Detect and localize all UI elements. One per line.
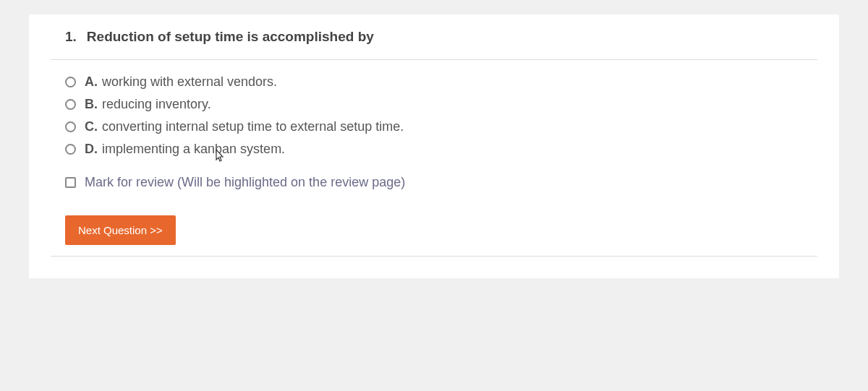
radio-icon[interactable] bbox=[65, 99, 76, 110]
option-letter: B. bbox=[85, 97, 98, 112]
option-d[interactable]: D. implementing a kanban system. bbox=[65, 142, 817, 157]
next-question-button[interactable]: Next Question >> bbox=[65, 215, 176, 245]
mark-for-review[interactable]: Mark for review (Will be highlighted on … bbox=[51, 175, 817, 190]
radio-icon[interactable] bbox=[65, 121, 76, 132]
review-label: Mark for review (Will be highlighted on … bbox=[85, 175, 405, 190]
option-text: working with external vendors. bbox=[102, 74, 277, 90]
checkbox-icon[interactable] bbox=[65, 177, 76, 188]
option-text: implementing a kanban system. bbox=[102, 142, 285, 157]
radio-icon[interactable] bbox=[65, 77, 76, 87]
option-b[interactable]: B. reducing inventory. bbox=[65, 97, 817, 112]
option-letter: C. bbox=[85, 119, 98, 134]
option-letter: A. bbox=[85, 74, 98, 90]
question-container: 1. Reduction of setup time is accomplish… bbox=[29, 14, 839, 278]
radio-icon[interactable] bbox=[65, 144, 76, 155]
button-area: Next Question >> bbox=[51, 215, 817, 257]
question-text: Reduction of setup time is accomplished … bbox=[87, 29, 374, 45]
options-list: A. working with external vendors. B. red… bbox=[51, 74, 817, 157]
option-c[interactable]: C. converting internal setup time to ext… bbox=[65, 119, 817, 134]
option-text: converting internal setup time to extern… bbox=[102, 119, 404, 134]
option-a[interactable]: A. working with external vendors. bbox=[65, 74, 817, 90]
question-number: 1. bbox=[65, 29, 77, 45]
option-text: reducing inventory. bbox=[102, 97, 211, 112]
question-header: 1. Reduction of setup time is accomplish… bbox=[51, 22, 817, 60]
option-letter: D. bbox=[85, 142, 98, 157]
